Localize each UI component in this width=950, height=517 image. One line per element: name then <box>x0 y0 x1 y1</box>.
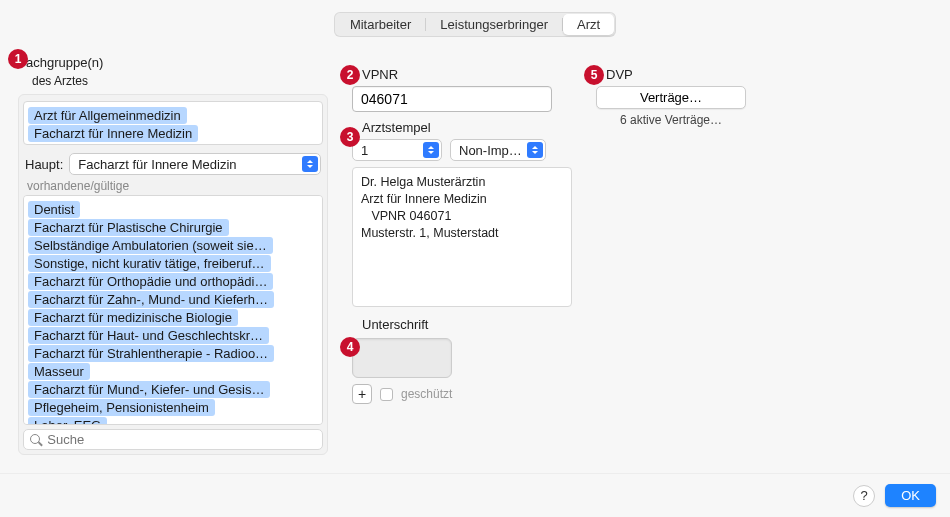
chevron-updown-icon <box>423 142 439 158</box>
vpnr-label: VPNR <box>352 67 572 82</box>
haupt-select[interactable]: Facharzt für Innere Medizin <box>69 153 321 175</box>
vpnr-input[interactable] <box>352 86 552 112</box>
help-button[interactable]: ? <box>853 485 875 507</box>
assigned-list[interactable]: Arzt für Allgemeinmedizin Facharzt für I… <box>23 101 323 145</box>
arztstempel-label: Arztstempel <box>352 120 572 135</box>
protected-label: geschützt <box>401 387 452 401</box>
tab-leistungserbringer[interactable]: Leistungserbringer <box>426 14 562 35</box>
haupt-select-value: Facharzt für Innere Medizin <box>78 157 236 172</box>
tab-arzt[interactable]: Arzt <box>563 14 614 35</box>
dvp-status: 6 aktive Verträge… <box>596 113 746 127</box>
add-signature-button[interactable]: + <box>352 384 372 404</box>
list-item[interactable]: Facharzt für medizinische Biologie <box>28 309 238 326</box>
tab-bar: Mitarbeiter Leistungserbringer Arzt <box>334 12 616 37</box>
list-item[interactable]: Sonstige, nicht kurativ tätige, freiberu… <box>28 255 271 272</box>
list-item[interactable]: Pflegeheim, Pensionistenheim <box>28 399 215 416</box>
ok-button[interactable]: OK <box>885 484 936 507</box>
fachgruppen-panel: Arzt für Allgemeinmedizin Facharzt für I… <box>18 94 328 455</box>
stempel-type-value: Non-Imp… <box>459 143 522 158</box>
list-item[interactable]: Facharzt für Zahn-, Mund- und Kieferh… <box>28 291 274 308</box>
stempel-preview[interactable]: Dr. Helga Musterärztin Arzt für Innere M… <box>352 167 572 307</box>
stempel-slot-select[interactable]: 1 <box>352 139 442 161</box>
vertraege-button[interactable]: Verträge… <box>596 86 746 109</box>
stempel-line: Musterstr. 1, Musterstadt <box>361 225 563 242</box>
stempel-line: Dr. Helga Musterärztin <box>361 174 563 191</box>
search-field[interactable] <box>23 429 323 450</box>
badge-2: 2 <box>340 65 360 85</box>
list-item[interactable]: Facharzt für Strahlentherapie - Radioo… <box>28 345 274 362</box>
haupt-label: Haupt: <box>25 157 63 172</box>
available-header: vorhandene/gültige <box>27 179 323 193</box>
list-item[interactable]: Facharzt für Haut- und Geschlechtskr… <box>28 327 269 344</box>
unterschrift-label: Unterschrift <box>352 317 572 332</box>
badge-3: 3 <box>340 127 360 147</box>
list-item[interactable]: Masseur <box>28 363 90 380</box>
badge-1: 1 <box>8 49 28 69</box>
badge-4: 4 <box>340 337 360 357</box>
dvp-label: DVP <box>596 67 796 82</box>
fachgruppen-label: Fachgruppe(n) <box>18 55 328 70</box>
list-item[interactable]: Dentist <box>28 201 80 218</box>
search-icon <box>30 434 41 446</box>
signature-box[interactable] <box>352 338 452 378</box>
stempel-type-select[interactable]: Non-Imp… <box>450 139 546 161</box>
assigned-item[interactable]: Arzt für Allgemeinmedizin <box>28 107 187 124</box>
fachgruppen-sublabel: des Arztes <box>18 74 328 88</box>
stempel-line: VPNR 046071 <box>361 208 563 225</box>
chevron-updown-icon <box>302 156 318 172</box>
list-item[interactable]: Facharzt für Plastische Chirurgie <box>28 219 229 236</box>
footer: ? OK <box>0 473 950 517</box>
protected-checkbox[interactable] <box>380 388 393 401</box>
assigned-item[interactable]: Facharzt für Innere Medizin <box>28 125 198 142</box>
stempel-slot-value: 1 <box>361 143 368 158</box>
available-list[interactable]: Dentist Facharzt für Plastische Chirurgi… <box>23 195 323 425</box>
list-item[interactable]: Labor, EEG <box>28 417 107 425</box>
tab-mitarbeiter[interactable]: Mitarbeiter <box>336 14 425 35</box>
stempel-line: Arzt für Innere Medizin <box>361 191 563 208</box>
list-item[interactable]: Selbständige Ambulatorien (soweit sie… <box>28 237 273 254</box>
search-input[interactable] <box>47 432 316 447</box>
list-item[interactable]: Facharzt für Mund-, Kiefer- und Gesis… <box>28 381 270 398</box>
badge-5: 5 <box>584 65 604 85</box>
chevron-updown-icon <box>527 142 543 158</box>
list-item[interactable]: Facharzt für Orthopädie und orthopädi… <box>28 273 273 290</box>
